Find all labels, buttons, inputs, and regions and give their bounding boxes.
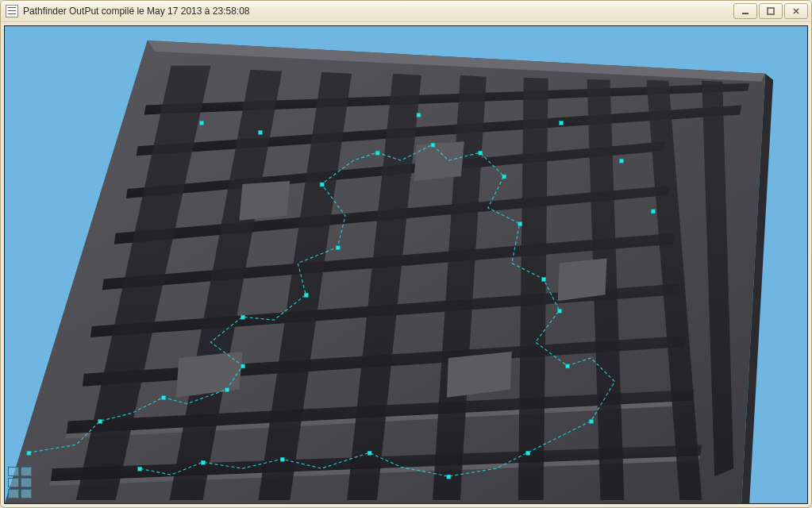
svg-rect-51 xyxy=(368,451,371,455)
close-button[interactable] xyxy=(784,3,808,19)
svg-rect-32 xyxy=(98,420,102,424)
svg-rect-60 xyxy=(651,210,655,214)
svg-rect-1 xyxy=(768,8,774,14)
svg-rect-57 xyxy=(417,113,421,117)
svg-rect-42 xyxy=(479,151,483,155)
hud-row xyxy=(8,467,32,476)
hud-chip[interactable] xyxy=(21,478,32,487)
svg-rect-48 xyxy=(590,420,594,424)
svg-rect-39 xyxy=(320,183,324,187)
titlebar[interactable]: Pathfinder OutPut compilé le May 17 2013… xyxy=(1,1,811,22)
window-controls xyxy=(733,3,808,19)
maximize-button[interactable] xyxy=(759,3,783,19)
hud-chip[interactable] xyxy=(21,489,32,498)
svg-marker-27 xyxy=(414,141,464,181)
svg-rect-53 xyxy=(202,460,206,464)
window-title: Pathfinder OutPut compilé le May 17 2013… xyxy=(23,6,733,17)
hud-row xyxy=(8,489,32,498)
svg-rect-0 xyxy=(742,13,749,14)
hud-chip[interactable] xyxy=(21,467,32,476)
maximize-icon xyxy=(767,7,775,15)
svg-marker-26 xyxy=(239,181,290,221)
svg-rect-34 xyxy=(225,388,229,392)
svg-rect-49 xyxy=(526,451,530,455)
hud-chip[interactable] xyxy=(8,489,19,498)
app-icon xyxy=(6,5,18,17)
render-canvas xyxy=(5,26,807,503)
minimize-icon xyxy=(741,7,749,15)
svg-rect-33 xyxy=(162,396,166,400)
close-icon xyxy=(792,7,800,15)
app-window: Pathfinder OutPut compilé le May 17 2013… xyxy=(0,0,812,508)
hud-chip[interactable] xyxy=(8,478,19,487)
svg-rect-43 xyxy=(502,175,506,179)
svg-rect-41 xyxy=(431,143,435,147)
svg-rect-58 xyxy=(560,121,564,125)
svg-rect-50 xyxy=(447,475,451,479)
svg-rect-46 xyxy=(558,309,562,313)
svg-rect-44 xyxy=(518,222,522,226)
svg-marker-28 xyxy=(558,259,607,302)
svg-rect-40 xyxy=(375,151,379,155)
hud-chip[interactable] xyxy=(8,467,19,476)
svg-rect-47 xyxy=(566,364,570,368)
svg-rect-52 xyxy=(280,457,284,461)
svg-rect-59 xyxy=(619,159,623,163)
svg-rect-54 xyxy=(138,467,142,471)
minimize-button[interactable] xyxy=(733,3,757,19)
svg-rect-45 xyxy=(542,277,546,281)
svg-rect-36 xyxy=(241,315,244,319)
svg-rect-55 xyxy=(200,121,204,125)
hud-row xyxy=(8,478,32,487)
viewport-3d[interactable] xyxy=(4,25,808,504)
svg-rect-38 xyxy=(336,246,340,250)
svg-rect-56 xyxy=(258,130,262,134)
hud-widgets xyxy=(8,467,32,498)
svg-rect-37 xyxy=(304,293,308,297)
svg-rect-31 xyxy=(27,451,31,455)
svg-rect-35 xyxy=(241,364,244,368)
